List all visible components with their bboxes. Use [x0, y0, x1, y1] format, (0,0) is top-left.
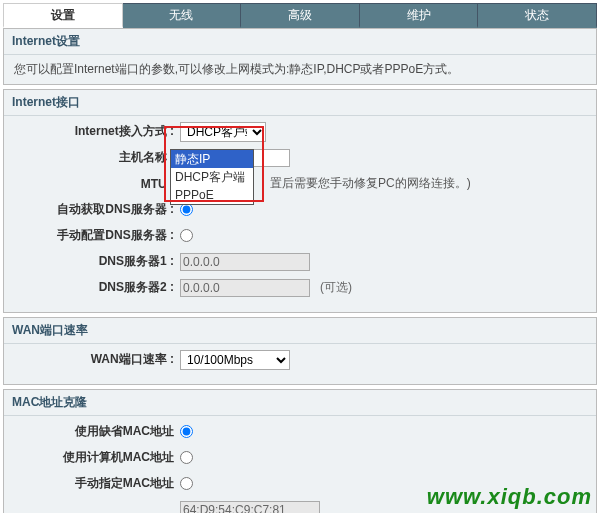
- panel-title-iface: Internet接口: [4, 90, 596, 116]
- dropdown-option-static[interactable]: 静态IP: [171, 150, 253, 168]
- tab-advanced[interactable]: 高级: [241, 3, 360, 28]
- label-mtu: MTU :: [14, 177, 180, 191]
- radio-mac-pc[interactable]: [180, 451, 193, 464]
- select-wan-rate[interactable]: 10/100Mbps: [180, 350, 290, 370]
- panel-title-wan: WAN端口速率: [4, 318, 596, 344]
- panel-wan-rate: WAN端口速率 WAN端口速率 : 10/100Mbps: [3, 317, 597, 385]
- label-mac-default: 使用缺省MAC地址: [14, 423, 180, 440]
- panel-internet-iface: Internet接口 Internet接入方式 : DHCP客户端 主机名称 :…: [3, 89, 597, 313]
- tab-status[interactable]: 状态: [478, 3, 597, 28]
- label-auto-dns: 自动获取DNS服务器 :: [14, 201, 180, 218]
- radio-mac-manual[interactable]: [180, 477, 193, 490]
- internet-desc: 您可以配置Internet端口的参数,可以修改上网模式为:静态IP,DHCP或者…: [14, 61, 586, 78]
- select-access-mode[interactable]: DHCP客户端: [180, 122, 266, 142]
- dropdown-access-mode-open: 静态IP DHCP客户端 PPPoE: [170, 149, 254, 205]
- label-wan-rate: WAN端口速率 :: [14, 351, 180, 368]
- label-dns1: DNS服务器1 :: [14, 253, 180, 270]
- dropdown-option-dhcp[interactable]: DHCP客户端: [171, 168, 253, 186]
- input-dns1[interactable]: [180, 253, 310, 271]
- label-access-mode: Internet接入方式 :: [14, 123, 180, 140]
- radio-auto-dns[interactable]: [180, 203, 193, 216]
- input-mac-address[interactable]: [180, 501, 320, 513]
- watermark: www.xiqb.com: [427, 484, 592, 510]
- panel-title-mac: MAC地址克隆: [4, 390, 596, 416]
- label-dns2: DNS服务器2 :: [14, 279, 180, 296]
- mtu-note: 置后需要您手动修复PC的网络连接。): [270, 175, 471, 192]
- label-hostname: 主机名称 :: [14, 149, 180, 166]
- panel-title-internet: Internet设置: [4, 29, 596, 55]
- main-tabs: 设置 无线 高级 维护 状态: [3, 3, 597, 28]
- label-mac-pc: 使用计算机MAC地址: [14, 449, 180, 466]
- tab-settings[interactable]: 设置: [3, 3, 123, 28]
- radio-mac-default[interactable]: [180, 425, 193, 438]
- dns2-optional: (可选): [320, 279, 352, 296]
- label-mac-manual: 手动指定MAC地址: [14, 475, 180, 492]
- input-dns2[interactable]: [180, 279, 310, 297]
- dropdown-option-pppoe[interactable]: PPPoE: [171, 186, 253, 204]
- label-manual-dns: 手动配置DNS服务器 :: [14, 227, 180, 244]
- radio-manual-dns[interactable]: [180, 229, 193, 242]
- tab-wireless[interactable]: 无线: [123, 3, 242, 28]
- tab-maintenance[interactable]: 维护: [360, 3, 479, 28]
- panel-internet-settings: Internet设置 您可以配置Internet端口的参数,可以修改上网模式为:…: [3, 28, 597, 85]
